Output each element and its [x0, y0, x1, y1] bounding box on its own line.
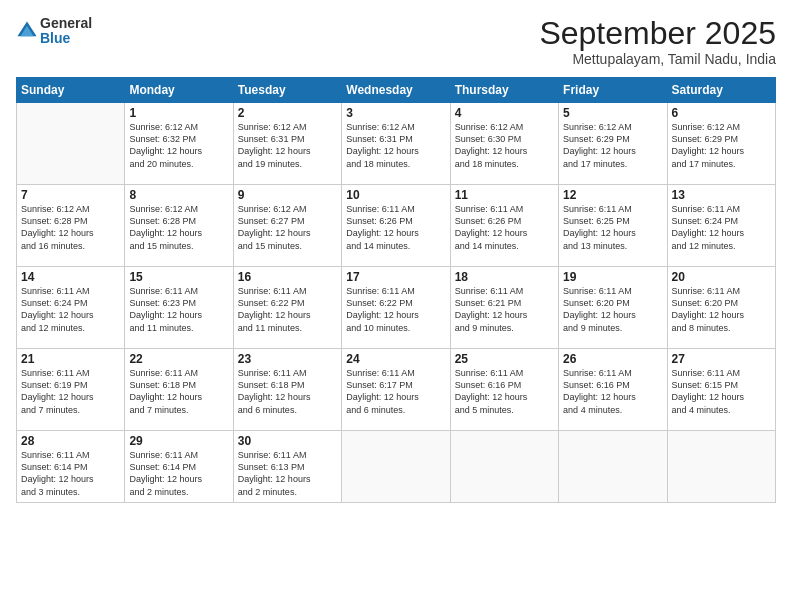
day-cell: 19Sunrise: 6:11 AM Sunset: 6:20 PM Dayli… [559, 267, 667, 349]
day-number: 1 [129, 106, 228, 120]
day-info: Sunrise: 6:11 AM Sunset: 6:26 PM Dayligh… [455, 203, 554, 252]
day-number: 2 [238, 106, 337, 120]
day-number: 19 [563, 270, 662, 284]
day-info: Sunrise: 6:12 AM Sunset: 6:31 PM Dayligh… [346, 121, 445, 170]
week-row-3: 14Sunrise: 6:11 AM Sunset: 6:24 PM Dayli… [17, 267, 776, 349]
day-info: Sunrise: 6:12 AM Sunset: 6:32 PM Dayligh… [129, 121, 228, 170]
day-number: 10 [346, 188, 445, 202]
day-cell: 29Sunrise: 6:11 AM Sunset: 6:14 PM Dayli… [125, 431, 233, 503]
day-info: Sunrise: 6:11 AM Sunset: 6:24 PM Dayligh… [672, 203, 771, 252]
day-cell [667, 431, 775, 503]
day-number: 9 [238, 188, 337, 202]
col-tuesday: Tuesday [233, 78, 341, 103]
day-number: 27 [672, 352, 771, 366]
location: Mettupalayam, Tamil Nadu, India [539, 51, 776, 67]
day-cell [450, 431, 558, 503]
day-info: Sunrise: 6:11 AM Sunset: 6:26 PM Dayligh… [346, 203, 445, 252]
title-section: September 2025 Mettupalayam, Tamil Nadu,… [539, 16, 776, 67]
day-info: Sunrise: 6:11 AM Sunset: 6:24 PM Dayligh… [21, 285, 120, 334]
day-cell [342, 431, 450, 503]
day-info: Sunrise: 6:11 AM Sunset: 6:20 PM Dayligh… [563, 285, 662, 334]
day-cell: 20Sunrise: 6:11 AM Sunset: 6:20 PM Dayli… [667, 267, 775, 349]
day-cell: 27Sunrise: 6:11 AM Sunset: 6:15 PM Dayli… [667, 349, 775, 431]
day-cell: 3Sunrise: 6:12 AM Sunset: 6:31 PM Daylig… [342, 103, 450, 185]
day-number: 26 [563, 352, 662, 366]
logo-general: General [40, 16, 92, 31]
day-info: Sunrise: 6:12 AM Sunset: 6:29 PM Dayligh… [672, 121, 771, 170]
day-number: 24 [346, 352, 445, 366]
day-number: 17 [346, 270, 445, 284]
day-cell: 4Sunrise: 6:12 AM Sunset: 6:30 PM Daylig… [450, 103, 558, 185]
day-number: 3 [346, 106, 445, 120]
logo: General Blue [16, 16, 92, 47]
day-info: Sunrise: 6:12 AM Sunset: 6:28 PM Dayligh… [21, 203, 120, 252]
day-info: Sunrise: 6:11 AM Sunset: 6:13 PM Dayligh… [238, 449, 337, 498]
day-info: Sunrise: 6:11 AM Sunset: 6:23 PM Dayligh… [129, 285, 228, 334]
day-number: 11 [455, 188, 554, 202]
day-info: Sunrise: 6:11 AM Sunset: 6:18 PM Dayligh… [129, 367, 228, 416]
col-saturday: Saturday [667, 78, 775, 103]
day-info: Sunrise: 6:11 AM Sunset: 6:19 PM Dayligh… [21, 367, 120, 416]
day-cell: 10Sunrise: 6:11 AM Sunset: 6:26 PM Dayli… [342, 185, 450, 267]
page: General Blue September 2025 Mettupalayam… [0, 0, 792, 612]
month-title: September 2025 [539, 16, 776, 51]
day-info: Sunrise: 6:11 AM Sunset: 6:22 PM Dayligh… [238, 285, 337, 334]
day-info: Sunrise: 6:11 AM Sunset: 6:16 PM Dayligh… [563, 367, 662, 416]
day-cell: 12Sunrise: 6:11 AM Sunset: 6:25 PM Dayli… [559, 185, 667, 267]
day-cell: 6Sunrise: 6:12 AM Sunset: 6:29 PM Daylig… [667, 103, 775, 185]
day-number: 8 [129, 188, 228, 202]
day-cell: 1Sunrise: 6:12 AM Sunset: 6:32 PM Daylig… [125, 103, 233, 185]
day-number: 20 [672, 270, 771, 284]
day-number: 25 [455, 352, 554, 366]
day-info: Sunrise: 6:11 AM Sunset: 6:17 PM Dayligh… [346, 367, 445, 416]
day-cell: 26Sunrise: 6:11 AM Sunset: 6:16 PM Dayli… [559, 349, 667, 431]
day-number: 4 [455, 106, 554, 120]
day-cell: 23Sunrise: 6:11 AM Sunset: 6:18 PM Dayli… [233, 349, 341, 431]
day-info: Sunrise: 6:12 AM Sunset: 6:28 PM Dayligh… [129, 203, 228, 252]
day-info: Sunrise: 6:11 AM Sunset: 6:14 PM Dayligh… [21, 449, 120, 498]
day-info: Sunrise: 6:11 AM Sunset: 6:20 PM Dayligh… [672, 285, 771, 334]
day-info: Sunrise: 6:11 AM Sunset: 6:22 PM Dayligh… [346, 285, 445, 334]
col-friday: Friday [559, 78, 667, 103]
day-cell: 30Sunrise: 6:11 AM Sunset: 6:13 PM Dayli… [233, 431, 341, 503]
day-number: 28 [21, 434, 120, 448]
week-row-4: 21Sunrise: 6:11 AM Sunset: 6:19 PM Dayli… [17, 349, 776, 431]
day-cell: 15Sunrise: 6:11 AM Sunset: 6:23 PM Dayli… [125, 267, 233, 349]
day-number: 22 [129, 352, 228, 366]
day-number: 5 [563, 106, 662, 120]
day-number: 15 [129, 270, 228, 284]
day-cell: 17Sunrise: 6:11 AM Sunset: 6:22 PM Dayli… [342, 267, 450, 349]
day-info: Sunrise: 6:11 AM Sunset: 6:21 PM Dayligh… [455, 285, 554, 334]
day-cell: 14Sunrise: 6:11 AM Sunset: 6:24 PM Dayli… [17, 267, 125, 349]
day-info: Sunrise: 6:11 AM Sunset: 6:16 PM Dayligh… [455, 367, 554, 416]
day-number: 21 [21, 352, 120, 366]
day-cell: 5Sunrise: 6:12 AM Sunset: 6:29 PM Daylig… [559, 103, 667, 185]
day-cell: 7Sunrise: 6:12 AM Sunset: 6:28 PM Daylig… [17, 185, 125, 267]
day-cell: 22Sunrise: 6:11 AM Sunset: 6:18 PM Dayli… [125, 349, 233, 431]
header-row: Sunday Monday Tuesday Wednesday Thursday… [17, 78, 776, 103]
col-thursday: Thursday [450, 78, 558, 103]
day-number: 18 [455, 270, 554, 284]
day-info: Sunrise: 6:11 AM Sunset: 6:25 PM Dayligh… [563, 203, 662, 252]
col-monday: Monday [125, 78, 233, 103]
day-cell: 8Sunrise: 6:12 AM Sunset: 6:28 PM Daylig… [125, 185, 233, 267]
day-cell: 16Sunrise: 6:11 AM Sunset: 6:22 PM Dayli… [233, 267, 341, 349]
week-row-2: 7Sunrise: 6:12 AM Sunset: 6:28 PM Daylig… [17, 185, 776, 267]
day-cell: 13Sunrise: 6:11 AM Sunset: 6:24 PM Dayli… [667, 185, 775, 267]
day-number: 6 [672, 106, 771, 120]
day-info: Sunrise: 6:12 AM Sunset: 6:30 PM Dayligh… [455, 121, 554, 170]
day-number: 7 [21, 188, 120, 202]
day-cell: 11Sunrise: 6:11 AM Sunset: 6:26 PM Dayli… [450, 185, 558, 267]
logo-text: General Blue [40, 16, 92, 47]
day-info: Sunrise: 6:12 AM Sunset: 6:27 PM Dayligh… [238, 203, 337, 252]
day-number: 30 [238, 434, 337, 448]
day-cell: 25Sunrise: 6:11 AM Sunset: 6:16 PM Dayli… [450, 349, 558, 431]
header: General Blue September 2025 Mettupalayam… [16, 16, 776, 67]
day-info: Sunrise: 6:11 AM Sunset: 6:14 PM Dayligh… [129, 449, 228, 498]
col-sunday: Sunday [17, 78, 125, 103]
day-cell: 24Sunrise: 6:11 AM Sunset: 6:17 PM Dayli… [342, 349, 450, 431]
day-cell: 28Sunrise: 6:11 AM Sunset: 6:14 PM Dayli… [17, 431, 125, 503]
day-info: Sunrise: 6:11 AM Sunset: 6:15 PM Dayligh… [672, 367, 771, 416]
day-info: Sunrise: 6:12 AM Sunset: 6:31 PM Dayligh… [238, 121, 337, 170]
day-cell: 21Sunrise: 6:11 AM Sunset: 6:19 PM Dayli… [17, 349, 125, 431]
